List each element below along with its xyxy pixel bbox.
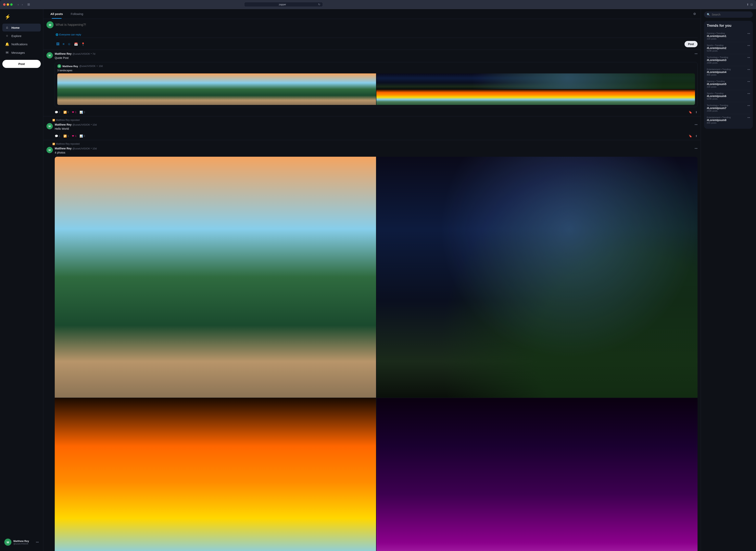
- trend-tag: #LoremIpsum8: [707, 118, 750, 122]
- user-profile[interactable]: M Matthew Rey @uowUVtSIOK •••: [2, 536, 41, 548]
- comment-button[interactable]: 💬 2: [55, 111, 60, 114]
- trend-item[interactable]: Technology • Trending #LoremIpsum3 230K …: [707, 54, 750, 66]
- views-button[interactable]: 📊 3: [80, 111, 85, 114]
- trend-tag: #LoremIpsum6: [707, 94, 750, 98]
- feed-settings-button[interactable]: ⚙: [692, 10, 698, 17]
- compose-image-button[interactable]: 🖼: [55, 42, 60, 47]
- trend-count: 230K posts: [707, 110, 750, 112]
- compose-list-button[interactable]: ≡: [62, 42, 65, 47]
- trend-more-button[interactable]: •••: [747, 68, 750, 71]
- trend-more-button[interactable]: •••: [747, 92, 750, 95]
- post-author: Matthew Rey: [55, 147, 72, 150]
- sidebar-item-notifications[interactable]: 🔔 Notifications: [2, 40, 41, 48]
- search-box[interactable]: 🔍: [704, 11, 753, 18]
- compose-schedule-button[interactable]: 📅: [73, 42, 79, 47]
- compose-emoji-button[interactable]: ☺: [67, 42, 71, 47]
- bookmark-button[interactable]: 🔖: [689, 134, 692, 138]
- post-time: 10d: [92, 147, 97, 150]
- post-submit-button[interactable]: Post: [685, 41, 698, 47]
- compose-location-button[interactable]: 📍: [80, 42, 86, 47]
- post-time: 10d: [92, 123, 97, 126]
- repost-button[interactable]: 🔁 0: [63, 111, 69, 114]
- trend-tag: #LoremIpsum5: [707, 82, 750, 86]
- bookmark-button[interactable]: 🔖: [689, 111, 692, 114]
- new-tab-button[interactable]: ⊡: [750, 3, 753, 6]
- share-post-button[interactable]: ⬆: [695, 111, 698, 114]
- repost-count: 1: [67, 135, 69, 137]
- url-bar[interactable]: zapper ↻: [244, 2, 323, 7]
- sidebar-toggle-button[interactable]: ⊞: [26, 2, 31, 7]
- trend-tag: #LoremIpsum1: [707, 34, 750, 38]
- user-more-button[interactable]: •••: [36, 541, 39, 544]
- quote-time: 10d: [99, 65, 103, 67]
- post-item: M Matthew Rey @uowUVtSIOK • 7d ••• Quote…: [43, 50, 701, 116]
- search-input[interactable]: [712, 13, 750, 16]
- trend-item[interactable]: Gaming • Trending #LoremIpsum1 21K posts…: [707, 30, 750, 42]
- trend-count: 524K posts: [707, 50, 750, 52]
- comment-button[interactable]: 💬 1: [55, 134, 60, 138]
- trend-more-button[interactable]: •••: [747, 32, 750, 35]
- quote-header: M Matthew Rey @uowUVtSIOK • 10d: [57, 64, 695, 68]
- sidebar-item-home[interactable]: ⌂ Home: [2, 24, 41, 31]
- post-header: M Matthew Rey @uowUVtSIOK • 10d ••• Hell…: [46, 123, 698, 138]
- right-sidebar: 🔍 Trends for you Gaming • Trending #Lore…: [701, 9, 756, 551]
- like-count: 1: [75, 135, 76, 137]
- back-button[interactable]: ‹: [17, 3, 20, 6]
- post-header: M Matthew Rey @uowUVtSIOK • 7d ••• Quote…: [46, 52, 698, 114]
- trend-category: Gaming • Trending: [707, 80, 750, 82]
- post-body: Matthew Rey @uowUVtSIOK • 7d ••• Quote P…: [55, 52, 698, 114]
- sidebar-item-messages-label: Messages: [11, 51, 25, 54]
- tab-following[interactable]: Following: [67, 9, 87, 19]
- trend-item[interactable]: Technology • Trending #LoremIpsum7 230K …: [707, 102, 750, 114]
- quote-box[interactable]: M Matthew Rey @uowUVtSIOK • 10d 3 landsc…: [55, 62, 698, 107]
- compose-input[interactable]: [55, 21, 698, 32]
- trend-more-button[interactable]: •••: [747, 116, 750, 119]
- globe-icon: 🌐: [55, 33, 58, 36]
- trend-more-button[interactable]: •••: [747, 80, 750, 83]
- forward-button[interactable]: ›: [21, 3, 24, 6]
- views-button[interactable]: 📊 3: [80, 134, 85, 138]
- sidebar-item-explore[interactable]: ○ Explore: [2, 32, 41, 40]
- like-button[interactable]: ❤ 1: [72, 111, 76, 114]
- reload-button[interactable]: ↻: [318, 3, 320, 6]
- post-button[interactable]: Post: [2, 60, 41, 68]
- tab-all-posts[interactable]: All posts: [46, 9, 67, 19]
- trend-item[interactable]: Sports • Trending #LoremIpsum2 524K post…: [707, 42, 750, 54]
- sidebar-item-notifications-label: Notifications: [11, 42, 28, 46]
- post-meta: Matthew Rey @uowUVtSIOK • 7d •••: [55, 52, 698, 55]
- minimize-button[interactable]: [7, 3, 9, 6]
- trend-category: Entertainment • Trending: [707, 116, 750, 118]
- trend-item[interactable]: Sports • Trending #LoremIpsum6 524K post…: [707, 90, 750, 102]
- views-icon: 📊: [80, 134, 83, 138]
- post-handle: @uowUVtSIOK: [72, 52, 90, 55]
- trend-more-button[interactable]: •••: [747, 44, 750, 47]
- trend-category: Sports • Trending: [707, 92, 750, 94]
- repost-icon: 🔁: [63, 111, 67, 114]
- trend-item[interactable]: Gaming • Trending #LoremIpsum5 21K posts…: [707, 78, 750, 90]
- like-button[interactable]: ❤ 1: [72, 134, 76, 138]
- trend-category: Gaming • Trending: [707, 32, 750, 34]
- post-more-button[interactable]: •••: [695, 147, 698, 150]
- share-post-button[interactable]: ⬆: [695, 134, 698, 138]
- maximize-button[interactable]: [10, 3, 13, 6]
- trend-item[interactable]: Entertainment • Trending #LoremIpsum4 85…: [707, 66, 750, 78]
- share-button[interactable]: ⬆: [747, 3, 749, 6]
- reply-indicator-text: Everyone can reply: [59, 33, 81, 36]
- views-count: 3: [84, 111, 85, 114]
- compose-footer: 🖼 ≡ ☺ 📅 📍 Post: [55, 39, 698, 50]
- sidebar-item-messages[interactable]: ✉ Messages: [2, 49, 41, 57]
- close-button[interactable]: [3, 3, 6, 6]
- post-more-button[interactable]: •••: [695, 123, 698, 126]
- trend-tag: #LoremIpsum2: [707, 46, 750, 50]
- quote-author: Matthew Rey: [62, 65, 78, 68]
- trend-item[interactable]: Entertainment • Trending #LoremIpsum8 85…: [707, 114, 750, 126]
- explore-icon: ○: [5, 34, 9, 38]
- trend-category: Technology • Trending: [707, 104, 750, 106]
- post-more-button[interactable]: •••: [695, 52, 698, 55]
- app-logo: ⚡: [5, 14, 11, 19]
- trend-more-button[interactable]: •••: [747, 56, 750, 59]
- trend-more-button[interactable]: •••: [747, 104, 750, 107]
- repost-button[interactable]: 🔁 1: [63, 134, 69, 138]
- sidebar-item-explore-label: Explore: [11, 34, 21, 38]
- home-icon: ⌂: [5, 26, 9, 30]
